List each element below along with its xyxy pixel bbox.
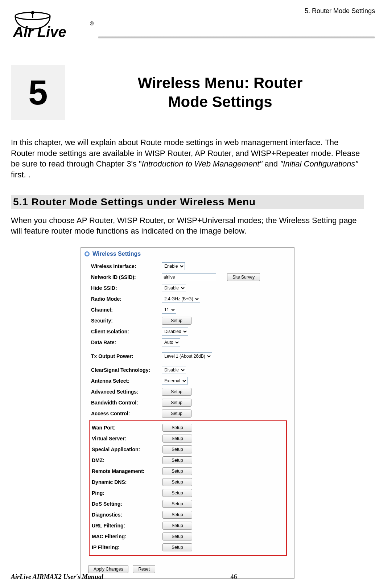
- label-radio-mode: Radio Mode:: [91, 296, 158, 302]
- dynamic-dns-setup-button[interactable]: Setup: [162, 478, 192, 486]
- label-bandwidth: Bandwidth Control:: [91, 400, 158, 406]
- row-channel: Channel: 11: [91, 304, 287, 315]
- panel-title: Wireless Settings: [92, 251, 141, 257]
- row-hide-ssid: Hide SSID: Disable: [91, 283, 287, 293]
- chapter-number-box: 5: [11, 65, 65, 120]
- select-channel[interactable]: 11: [162, 306, 176, 314]
- label-dynamic-dns: Dynamic DNS:: [92, 479, 159, 485]
- label-clearsignal: ClearSignal Technology:: [91, 367, 158, 373]
- row-clearsignal: ClearSignal Technology: Disable: [91, 365, 287, 375]
- label-wan-port: Wan Port:: [92, 425, 159, 431]
- row-wireless-interface: Wireless Interface: Enable: [91, 261, 287, 272]
- select-clearsignal[interactable]: Disable: [162, 366, 186, 374]
- label-dos-setting: DoS Setting:: [92, 501, 159, 507]
- svg-text:®: ®: [90, 21, 94, 26]
- row-ssid: Network ID (SSID): Site Survey: [91, 272, 287, 283]
- svg-text:Air Live: Air Live: [13, 24, 66, 40]
- label-advanced: Advanced Settings:: [91, 389, 158, 395]
- row-remote-management: Remote Management: Setup: [92, 466, 284, 477]
- ip-filtering-setup-button[interactable]: Setup: [162, 543, 192, 551]
- select-wireless-interface[interactable]: Enable: [162, 262, 185, 270]
- panel-bullet-icon: [85, 251, 90, 256]
- row-antenna: Antenna Select: External: [91, 375, 287, 386]
- section-heading: 5.1 Router Mode Settings under Wireless …: [11, 195, 364, 209]
- label-virtual-server: Virtual Server:: [92, 436, 159, 441]
- row-bandwidth: Bandwidth Control: Setup: [91, 397, 287, 408]
- label-ping: Ping:: [92, 490, 159, 496]
- label-ssid: Network ID (SSID):: [91, 274, 158, 280]
- label-remote-management: Remote Management:: [92, 468, 159, 474]
- special-application-setup-button[interactable]: Setup: [162, 445, 192, 453]
- wan-port-setup-button[interactable]: Setup: [162, 424, 192, 432]
- remote-management-setup-button[interactable]: Setup: [162, 467, 192, 475]
- apply-changes-button[interactable]: Apply Changes: [88, 565, 128, 573]
- router-mode-highlight-box: Wan Port: Setup Virtual Server: Setup Sp…: [89, 420, 287, 556]
- select-hide-ssid[interactable]: Disable: [162, 284, 186, 292]
- row-virtual-server: Virtual Server: Setup: [92, 433, 284, 444]
- row-client-isolation: Client Isolation: Disabled: [91, 326, 287, 337]
- virtual-server-setup-button[interactable]: Setup: [162, 435, 192, 443]
- row-ping: Ping: Setup: [92, 488, 284, 498]
- row-data-rate: Data Rate: Auto: [91, 337, 287, 348]
- svg-point-2: [32, 12, 34, 14]
- select-client-isolation[interactable]: Disabled: [162, 328, 188, 336]
- footer-manual-title: AirLive AIRMAX2 User's Manual: [11, 573, 103, 581]
- intro-text-3: first. .: [11, 170, 30, 179]
- label-tx-power: Tx Output Power:: [91, 353, 158, 359]
- label-special-application: Special Application:: [92, 447, 159, 452]
- brand-logo: Air Live ®: [11, 11, 98, 40]
- diagnostics-setup-button[interactable]: Setup: [162, 511, 192, 519]
- label-data-rate: Data Rate:: [91, 340, 158, 345]
- header-breadcrumb: 5. Router Mode Settings: [305, 7, 375, 15]
- label-hide-ssid: Hide SSID:: [91, 285, 158, 291]
- row-dos-setting: DoS Setting: Setup: [92, 498, 284, 509]
- mac-filtering-setup-button[interactable]: Setup: [162, 533, 192, 540]
- label-client-isolation: Client Isolation:: [91, 329, 158, 334]
- select-data-rate[interactable]: Auto: [162, 338, 180, 346]
- access-setup-button[interactable]: Setup: [162, 410, 191, 418]
- row-mac-filtering: MAC Filtering: Setup: [92, 531, 284, 542]
- select-tx-power[interactable]: Level 1 (About 26dB): [162, 352, 212, 360]
- dmz-setup-button[interactable]: Setup: [162, 456, 192, 464]
- label-channel: Channel:: [91, 307, 158, 313]
- row-tx-power: Tx Output Power: Level 1 (About 26dB): [91, 351, 287, 362]
- label-url-filtering: URL Filtering:: [92, 523, 159, 529]
- label-wireless-interface: Wireless Interface:: [91, 263, 158, 269]
- site-survey-button[interactable]: Site Survey: [227, 273, 260, 281]
- url-filtering-setup-button[interactable]: Setup: [162, 522, 192, 530]
- intro-text-2: and: [262, 159, 280, 168]
- bandwidth-setup-button[interactable]: Setup: [162, 399, 191, 407]
- dos-setting-setup-button[interactable]: Setup: [162, 500, 192, 508]
- chapter-title: Wireless Menu: Router Mode Settings: [76, 74, 364, 112]
- intro-ital-2: "Initial Configurations": [280, 159, 358, 168]
- row-dmz: DMZ: Setup: [92, 455, 284, 466]
- label-diagnostics: Diagnostics:: [92, 512, 159, 518]
- ping-setup-button[interactable]: Setup: [162, 489, 192, 497]
- footer-page-number: 46: [230, 573, 237, 581]
- input-ssid[interactable]: [162, 273, 216, 281]
- security-setup-button[interactable]: Setup: [162, 317, 191, 325]
- row-dynamic-dns: Dynamic DNS: Setup: [92, 477, 284, 488]
- row-wan-port: Wan Port: Setup: [92, 422, 284, 433]
- intro-ital-1: Introduction to Web Management": [142, 159, 263, 168]
- label-mac-filtering: MAC Filtering:: [92, 534, 159, 539]
- chapter-title-line1: Wireless Menu: Router: [138, 74, 303, 91]
- wireless-settings-screenshot: Wireless Settings Wireless Interface: En…: [81, 247, 294, 579]
- advanced-setup-button[interactable]: Setup: [162, 388, 191, 396]
- reset-button[interactable]: Reset: [133, 565, 155, 573]
- label-ip-filtering: IP Filtering:: [92, 544, 159, 550]
- row-ip-filtering: IP Filtering: Setup: [92, 542, 284, 553]
- row-radio-mode: Radio Mode: 2.4 GHz (B+G): [91, 293, 287, 304]
- row-url-filtering: URL Filtering: Setup: [92, 520, 284, 531]
- row-access: Access Control: Setup: [91, 408, 287, 419]
- chapter-title-line2: Mode Settings: [168, 93, 272, 110]
- label-dmz: DMZ:: [92, 457, 159, 463]
- select-antenna[interactable]: External: [162, 377, 188, 385]
- header-divider: [98, 36, 375, 38]
- select-radio-mode[interactable]: 2.4 GHz (B+G): [162, 295, 200, 303]
- row-security: Security: Setup: [91, 315, 287, 326]
- section-paragraph: When you choose AP Router, WISP Router, …: [11, 215, 364, 237]
- label-security: Security:: [91, 318, 158, 324]
- label-antenna: Antenna Select:: [91, 378, 158, 384]
- row-special-application: Special Application: Setup: [92, 444, 284, 455]
